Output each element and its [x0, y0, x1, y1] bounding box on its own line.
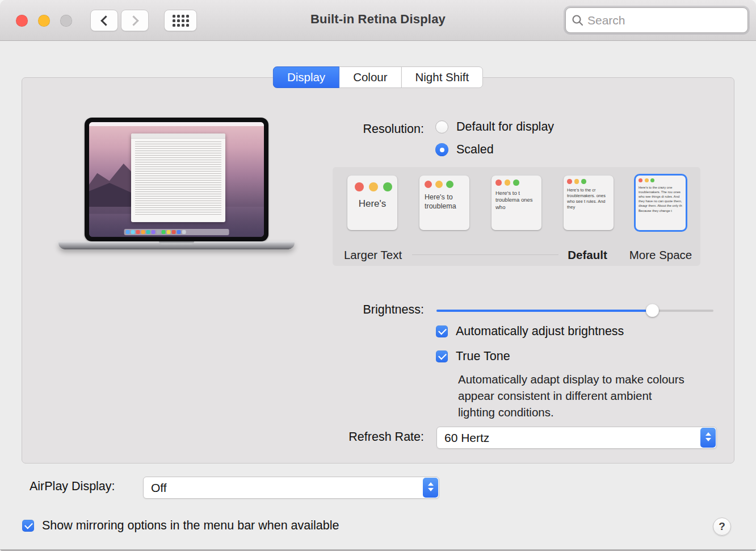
stepper-icon — [700, 428, 716, 448]
auto-brightness-checkbox[interactable] — [436, 325, 448, 337]
true-tone-description: Automatically adapt display to make colo… — [458, 371, 688, 420]
search-icon — [572, 14, 584, 27]
window-dots-icon — [492, 176, 541, 186]
true-tone-label: True Tone — [456, 349, 510, 364]
more-space-label: More Space — [621, 248, 700, 262]
resolution-option-3[interactable]: Here's to t troublema ones who — [492, 176, 541, 230]
thumbnail-text: Here's to troublema — [425, 193, 469, 211]
brightness-label: Brightness: — [363, 303, 424, 317]
refresh-rate-value: 60 Hertz — [437, 427, 716, 448]
radio-default-for-display[interactable] — [435, 120, 448, 133]
true-tone-checkbox[interactable] — [436, 350, 448, 362]
mirroring-options-row[interactable]: Show mirroring options in the menu bar w… — [22, 519, 339, 533]
search-input[interactable] — [587, 14, 735, 27]
window-dots-icon — [564, 176, 614, 184]
macbook-display-image — [58, 118, 295, 249]
resolution-scaled-option[interactable]: Scaled — [435, 143, 494, 157]
tab-colour[interactable]: Colour — [339, 66, 401, 88]
resolution-option-default[interactable]: Here's to the cr troublemakers. ones who… — [564, 176, 614, 230]
resolution-thumbnails: Here's Here's to troublema Here's to t t… — [333, 167, 700, 230]
radio-scaled[interactable] — [435, 143, 448, 156]
system-preferences-window: Built-in Retina Display Display Colour N… — [0, 0, 756, 551]
help-button[interactable]: ? — [713, 517, 731, 536]
thumbnail-text: Here's to the crazy one troublemakers. T… — [639, 185, 686, 213]
display-pane: Resolution: Default for display Scaled H… — [22, 77, 734, 464]
mirroring-checkbox[interactable] — [22, 520, 34, 532]
window-dots-icon — [419, 176, 469, 188]
refresh-rate-label: Refresh Rate: — [348, 430, 424, 444]
window-dots-icon — [347, 176, 397, 191]
thumbnail-text: Here's to the cr troublemakers. ones who… — [567, 187, 614, 211]
thumbnail-text: Here's to t troublema ones who — [495, 190, 541, 211]
search-field[interactable] — [565, 7, 748, 33]
resolution-option-2[interactable]: Here's to troublema — [419, 176, 469, 230]
brightness-slider[interactable] — [436, 304, 713, 318]
radio-scaled-label: Scaled — [456, 143, 494, 157]
titlebar: Built-in Retina Display — [0, 0, 756, 41]
airplay-display-value: Off — [144, 477, 439, 498]
true-tone-row[interactable]: True Tone — [436, 349, 510, 364]
macbook-screen — [85, 118, 268, 241]
resolution-label: Resolution: — [363, 122, 424, 136]
macbook-base — [58, 241, 295, 249]
mirroring-label: Show mirroring options in the menu bar w… — [42, 519, 339, 533]
brightness-slider-thumb[interactable] — [646, 304, 659, 317]
auto-brightness-label: Automatically adjust brightness — [456, 324, 624, 339]
wallpaper-dock — [124, 229, 229, 235]
brightness-slider-fill — [436, 310, 653, 312]
auto-brightness-row[interactable]: Automatically adjust brightness — [436, 324, 624, 339]
tab-display[interactable]: Display — [273, 66, 339, 88]
resolution-option-more-space[interactable]: Here's to the crazy one troublemakers. T… — [636, 176, 686, 230]
airplay-display-select[interactable]: Off — [143, 477, 439, 499]
resolution-option-larger-text[interactable]: Here's — [347, 176, 397, 230]
radio-default-label: Default for display — [456, 120, 554, 134]
tab-night-shift[interactable]: Night Shift — [401, 66, 484, 88]
window-dots-icon — [636, 176, 686, 182]
refresh-rate-select[interactable]: 60 Hertz — [436, 427, 717, 449]
thumbnail-text: Here's — [347, 198, 397, 210]
airplay-display-label: AirPlay Display: — [30, 479, 115, 494]
macbook-wallpaper — [89, 122, 264, 237]
stepper-icon — [423, 478, 438, 498]
tab-bar: Display Colour Night Shift — [273, 66, 483, 88]
resolution-default-option[interactable]: Default for display — [435, 120, 554, 134]
wallpaper-document-window — [131, 133, 225, 222]
scaled-options-box: Here's Here's to troublema Here's to t t… — [333, 167, 700, 266]
larger-text-label: Larger Text — [333, 248, 413, 262]
default-scale-label: Default — [553, 248, 621, 262]
scale-track-line — [412, 254, 558, 255]
